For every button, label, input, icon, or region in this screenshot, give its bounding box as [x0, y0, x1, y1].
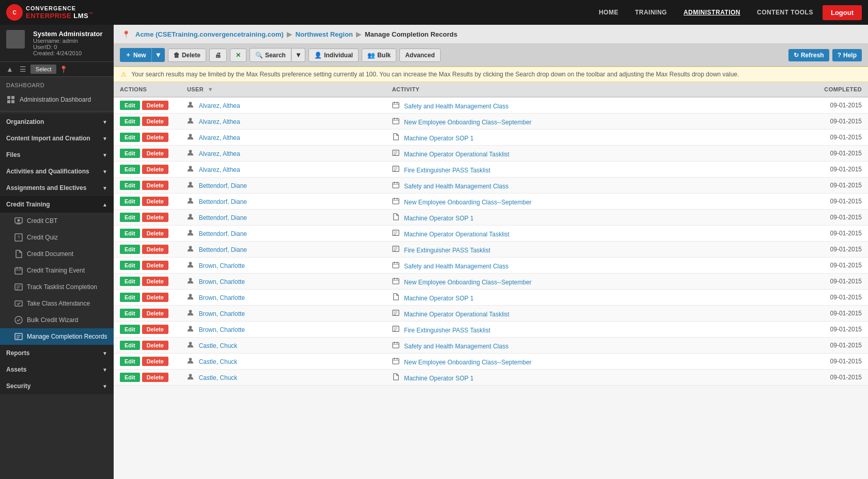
print-button[interactable]: 🖨	[209, 49, 227, 62]
activity-name-link[interactable]: Safety and Health Management Class	[404, 103, 508, 110]
user-name-link[interactable]: Bettendorf, Diane	[199, 198, 247, 205]
user-name-link[interactable]: Bettendorf, Diane	[199, 214, 247, 221]
search-button[interactable]: 🔍 Search	[250, 48, 291, 62]
delete-row-button[interactable]: Delete	[142, 245, 168, 254]
delete-row-button[interactable]: Delete	[142, 133, 168, 142]
edit-button[interactable]: Edit	[120, 229, 140, 238]
user-name-link[interactable]: Alvarez, Althea	[199, 134, 240, 141]
activity-name-link[interactable]: Machine Operator SOP 1	[404, 295, 474, 302]
user-name-link[interactable]: Bettendorf, Diane	[199, 182, 247, 189]
nav-training[interactable]: TRAINING	[628, 6, 674, 19]
refresh-button[interactable]: ↻ Refresh	[788, 49, 829, 61]
activity-name-link[interactable]: Safety and Health Management Class	[404, 263, 508, 270]
sidebar-group-files[interactable]: Files ▼	[0, 147, 114, 163]
activity-name-link[interactable]: Fire Extinguisher PASS Tasklist	[404, 327, 490, 334]
delete-row-button[interactable]: Delete	[142, 373, 168, 382]
individual-button[interactable]: 👤 Individual	[308, 49, 359, 62]
edit-button[interactable]: Edit	[120, 133, 140, 142]
activity-name-link[interactable]: Safety and Health Management Class	[404, 183, 508, 190]
activity-name-link[interactable]: Machine Operator Operational Tasklist	[404, 311, 509, 318]
edit-button[interactable]: Edit	[120, 165, 140, 174]
edit-button[interactable]: Edit	[120, 325, 140, 334]
excel-button[interactable]: ✕	[230, 49, 246, 62]
select-button[interactable]: Select	[30, 65, 57, 74]
sidebar-item-admin-dashboard[interactable]: Administration Dashboard	[0, 90, 114, 109]
nav-home[interactable]: HOME	[592, 6, 626, 19]
user-name-link[interactable]: Brown, Charlotte	[199, 294, 245, 301]
sidebar-group-credit-training[interactable]: Credit Training ▲	[0, 196, 114, 213]
sidebar-group-assignments[interactable]: Assignments and Electives ▼	[0, 180, 114, 196]
advanced-button[interactable]: Advanced	[399, 49, 440, 62]
nav-administration[interactable]: ADMINISTRATION	[676, 6, 748, 19]
user-name-link[interactable]: Castle, Chuck	[199, 374, 238, 381]
sidebar-menu-icon[interactable]: ☰	[18, 64, 28, 74]
delete-button[interactable]: 🗑 Delete	[168, 49, 206, 62]
delete-row-button[interactable]: Delete	[142, 277, 168, 286]
nav-content-tools[interactable]: CONTENT TOOLS	[750, 6, 820, 19]
delete-row-button[interactable]: Delete	[142, 229, 168, 238]
new-dropdown-arrow[interactable]: ▼	[151, 48, 165, 62]
activity-name-link[interactable]: Fire Extinguisher PASS Tasklist	[404, 167, 490, 174]
sidebar-group-content-import[interactable]: Content Import and Creation ▼	[0, 130, 114, 147]
th-user[interactable]: USER ▼	[181, 82, 386, 97]
logout-button[interactable]: Logout	[823, 5, 862, 20]
sidebar-item-track-tasklist[interactable]: Track Tasklist Completion	[0, 279, 114, 295]
user-name-link[interactable]: Brown, Charlotte	[199, 310, 245, 317]
edit-button[interactable]: Edit	[120, 101, 140, 110]
sidebar-group-reports[interactable]: Reports ▼	[0, 345, 114, 361]
user-name-link[interactable]: Alvarez, Althea	[199, 166, 240, 173]
activity-name-link[interactable]: Machine Operator SOP 1	[404, 215, 474, 222]
sidebar-group-security[interactable]: Security ▼	[0, 378, 114, 394]
delete-row-button[interactable]: Delete	[142, 341, 168, 350]
sidebar-item-bulk-credit[interactable]: Bulk Credit Wizard	[0, 312, 114, 328]
user-name-link[interactable]: Bettendorf, Diane	[199, 230, 247, 237]
delete-row-button[interactable]: Delete	[142, 165, 168, 174]
sidebar-group-organization[interactable]: Organization ▼	[0, 114, 114, 130]
edit-button[interactable]: Edit	[120, 261, 140, 270]
edit-button[interactable]: Edit	[120, 277, 140, 286]
sidebar-item-credit-document[interactable]: Credit Document	[0, 246, 114, 262]
activity-name-link[interactable]: New Employee Onboarding Class--September	[404, 119, 532, 126]
delete-row-button[interactable]: Delete	[142, 261, 168, 270]
edit-button[interactable]: Edit	[120, 197, 140, 206]
new-button[interactable]: ＋ New	[120, 48, 151, 62]
delete-row-button[interactable]: Delete	[142, 309, 168, 318]
activity-name-link[interactable]: Fire Extinguisher PASS Tasklist	[404, 247, 490, 254]
breadcrumb-org[interactable]: Acme (CSETraining.convergencetraining.co…	[135, 30, 284, 38]
delete-row-button[interactable]: Delete	[142, 357, 168, 366]
activity-name-link[interactable]: New Employee Onboarding Class--September	[404, 279, 532, 286]
edit-button[interactable]: Edit	[120, 357, 140, 366]
activity-name-link[interactable]: New Employee Onboarding Class--September	[404, 199, 532, 206]
activity-name-link[interactable]: Machine Operator SOP 1	[404, 375, 474, 382]
delete-row-button[interactable]: Delete	[142, 101, 168, 110]
delete-row-button[interactable]: Delete	[142, 325, 168, 334]
delete-row-button[interactable]: Delete	[142, 149, 168, 158]
activity-name-link[interactable]: New Employee Onboarding Class--September	[404, 359, 532, 366]
edit-button[interactable]: Edit	[120, 373, 140, 382]
user-name-link[interactable]: Alvarez, Althea	[199, 118, 240, 125]
activity-name-link[interactable]: Machine Operator SOP 1	[404, 135, 474, 142]
edit-button[interactable]: Edit	[120, 213, 140, 222]
sidebar-group-activities[interactable]: Activities and Qualifications ▼	[0, 163, 114, 180]
sidebar-item-manage-completion[interactable]: Manage Completion Records	[0, 328, 114, 345]
user-name-link[interactable]: Castle, Chuck	[199, 358, 238, 365]
delete-row-button[interactable]: Delete	[142, 197, 168, 206]
delete-row-button[interactable]: Delete	[142, 213, 168, 222]
sidebar-item-credit-cbt[interactable]: Credit CBT	[0, 213, 114, 229]
help-button[interactable]: ? Help	[832, 49, 862, 61]
sidebar-item-take-class[interactable]: Take Class Attendance	[0, 295, 114, 312]
delete-row-button[interactable]: Delete	[142, 181, 168, 190]
user-name-link[interactable]: Brown, Charlotte	[199, 262, 245, 269]
search-dropdown-arrow[interactable]: ▼	[291, 48, 305, 62]
activity-name-link[interactable]: Machine Operator Operational Tasklist	[404, 231, 509, 238]
user-name-link[interactable]: Alvarez, Althea	[199, 102, 240, 109]
edit-button[interactable]: Edit	[120, 117, 140, 126]
edit-button[interactable]: Edit	[120, 245, 140, 254]
sidebar-up-icon[interactable]: ▲	[4, 64, 16, 74]
edit-button[interactable]: Edit	[120, 149, 140, 158]
edit-button[interactable]: Edit	[120, 309, 140, 318]
activity-name-link[interactable]: Machine Operator Operational Tasklist	[404, 151, 509, 158]
breadcrumb-region[interactable]: Northwest Region	[296, 30, 353, 38]
delete-row-button[interactable]: Delete	[142, 293, 168, 302]
delete-row-button[interactable]: Delete	[142, 117, 168, 126]
